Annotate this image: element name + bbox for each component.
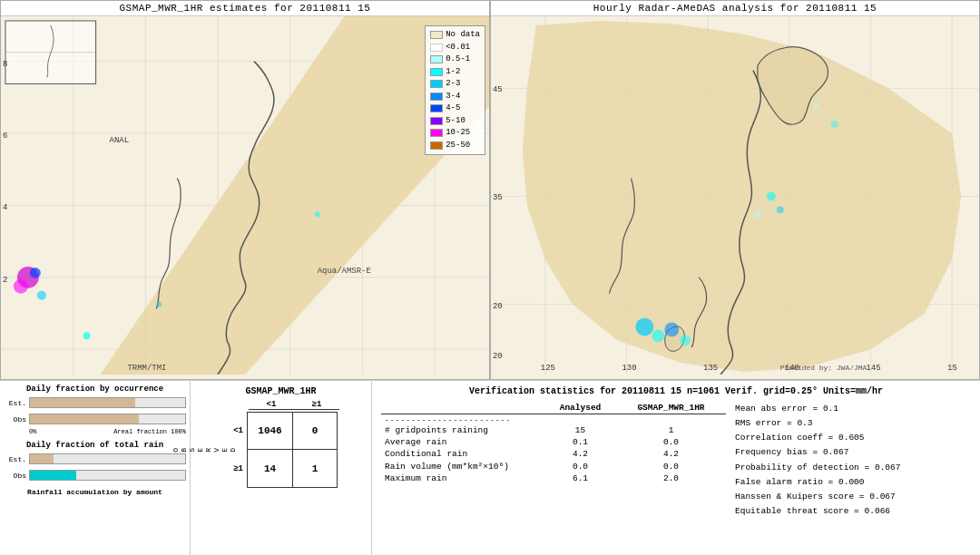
left-map-svg: 8 6 4 2 ANAL Aqua/AMSR-E TRMM/TMI [1, 16, 489, 375]
est-bar2-row: Est. [4, 452, 186, 466]
row-label-gte1: ≥1 [212, 464, 247, 473]
svg-point-45 [754, 210, 761, 218]
row3-label: Rain volume (mm*km²×10⁶) [381, 460, 544, 472]
chart2-section: Daily fraction of total rain Est. Obs [4, 441, 186, 482]
svg-point-20 [315, 211, 320, 217]
obs-label-1: Obs [4, 415, 26, 424]
chart3-title: Rainfall accumulation by amount [4, 488, 186, 496]
chart1-axis: 0% Areal fraction 100% [4, 428, 186, 435]
confusion-title: GSMAP_MWR_1HR [196, 386, 366, 396]
obs-bar1-track [29, 414, 186, 424]
obs-text-o: O [172, 447, 180, 453]
right-map-content: 125 130 135 140 145 15 45 35 20 20 Provi… [491, 16, 979, 375]
est-bar2-track [29, 453, 186, 464]
svg-text:15: 15 [947, 364, 957, 373]
obs-text-s: S [188, 447, 196, 453]
left-map-title: GSMAP_MWR_1HR estimates for 20110811 15 [1, 1, 489, 16]
row-label-lt1: <1 [212, 426, 247, 435]
table-row: Average rain 0.1 0.0 [381, 436, 726, 448]
stats-left-panel: Daily fraction by occurrence Est. Obs 0%… [0, 381, 191, 555]
row0-gsmap: 1 [616, 424, 726, 436]
confusion-panel: GSMAP_MWR_1HR <1 ≥1 O B S E R [191, 381, 372, 555]
legend: No data <0.01 0.5-1 1-2 2-3 3-4 4-5 5-10… [425, 25, 485, 155]
stat-correlation: Correlation coeff = 0.605 [735, 431, 971, 445]
verif-table-container: Analysed GSMAP_MWR_1HR -----------------… [381, 402, 726, 519]
stat-ets: Equitable threat score = 0.066 [735, 504, 971, 519]
right-map-title: Hourly Radar-AMeDAS analysis for 2011081… [491, 1, 979, 16]
right-stats-panel: Mean abs error = 0.1 RMS error = 0.3 Cor… [735, 402, 971, 519]
svg-text:Provided by: JWA/JMA: Provided by: JWA/JMA [780, 364, 867, 372]
obs-bar2-track [29, 470, 186, 481]
row3-gsmap: 0.0 [616, 460, 726, 472]
est-label-2: Est. [4, 455, 26, 463]
svg-text:TRMM/TMI: TRMM/TMI [127, 364, 166, 373]
axis-100-label: Areal fraction 100% [113, 428, 186, 435]
obs-text-v: V [212, 447, 220, 453]
svg-point-40 [635, 317, 653, 336]
svg-point-18 [37, 291, 46, 300]
row3-analysed: 0.0 [544, 460, 616, 472]
row2-label: Conditional rain [381, 448, 544, 460]
stat-hanssen: Hanssen & Kuipers score = 0.067 [735, 490, 971, 504]
svg-text:145: 145 [866, 364, 880, 373]
svg-text:ANAL: ANAL [110, 136, 130, 145]
svg-text:20: 20 [493, 352, 503, 361]
obs-label-vertical: O B S E R V E D [196, 412, 212, 488]
chart1-section: Daily fraction by occurrence Est. Obs 0%… [4, 385, 186, 435]
svg-text:20: 20 [493, 302, 503, 311]
obs-text-e: E [196, 447, 204, 453]
svg-text:130: 130 [622, 364, 636, 373]
table-row: Conditional rain 4.2 4.2 [381, 448, 726, 460]
svg-point-41 [652, 329, 664, 342]
obs-text-b: B [180, 447, 188, 453]
separator-row: ------------------------ [381, 414, 726, 425]
est-bar1-track [29, 397, 186, 408]
th-metric [381, 402, 544, 414]
est-label-1: Est. [4, 399, 26, 407]
svg-text:35: 35 [493, 193, 503, 202]
col-header-lt1: <1 [249, 400, 294, 410]
svg-point-46 [777, 206, 784, 213]
obs-bar2-row: Obs [4, 468, 186, 482]
table-row: # gridpoints raining 15 1 [381, 424, 726, 436]
svg-point-42 [664, 322, 679, 336]
table-row: Rain volume (mm*km²×10⁶) 0.0 0.0 [381, 460, 726, 472]
verification-panel: Verification statistics for 20110811 15 … [372, 381, 980, 555]
stat-rms-error: RMS error = 0.3 [735, 416, 971, 431]
bottom-row: Daily fraction by occurrence Est. Obs 0%… [0, 381, 980, 555]
obs-label-2: Obs [4, 472, 26, 480]
verif-title: Verification statistics for 20110811 15 … [381, 386, 971, 396]
right-map-panel: Hourly Radar-AMeDAS analysis for 2011081… [490, 0, 980, 380]
verif-table: Analysed GSMAP_MWR_1HR -----------------… [381, 402, 726, 484]
confusion-tl: 1046 [247, 412, 292, 450]
svg-point-19 [83, 332, 91, 339]
svg-text:4: 4 [3, 203, 7, 212]
obs-text-e2: E [220, 447, 229, 453]
th-gsmap: GSMAP_MWR_1HR [616, 402, 726, 414]
obs-text-d: D [229, 447, 237, 453]
svg-text:45: 45 [493, 85, 503, 94]
chart1-title: Daily fraction by occurrence [4, 385, 186, 394]
row0-label: # gridpoints raining [381, 424, 544, 436]
main-container: GSMAP_MWR_1HR estimates for 20110811 15 [0, 0, 980, 555]
svg-text:8: 8 [3, 60, 7, 69]
est-bar2-fill [30, 454, 54, 463]
stat-pod: Probability of detection = 0.067 [735, 461, 971, 475]
svg-point-16 [14, 279, 28, 294]
svg-point-21 [156, 302, 162, 307]
axis-0-label: 0% [29, 428, 36, 435]
est-bar1-fill [30, 398, 135, 407]
svg-point-44 [767, 192, 776, 201]
confusion-br: 1 [292, 450, 338, 488]
left-map-panel: GSMAP_MWR_1HR estimates for 20110811 15 [0, 0, 490, 380]
obs-bar1-fill [30, 414, 139, 424]
chart2-title: Daily fraction of total rain [4, 441, 186, 450]
svg-text:2: 2 [3, 276, 7, 285]
th-analysed: Analysed [544, 402, 616, 414]
svg-text:125: 125 [541, 364, 555, 373]
stat-mean-abs-error: Mean abs error = 0.1 [735, 402, 971, 416]
confusion-tr: 0 [292, 412, 338, 450]
row4-gsmap: 2.0 [616, 472, 726, 484]
left-map-content: 8 6 4 2 ANAL Aqua/AMSR-E TRMM/TMI No dat… [1, 16, 489, 375]
row1-label: Average rain [381, 436, 544, 448]
